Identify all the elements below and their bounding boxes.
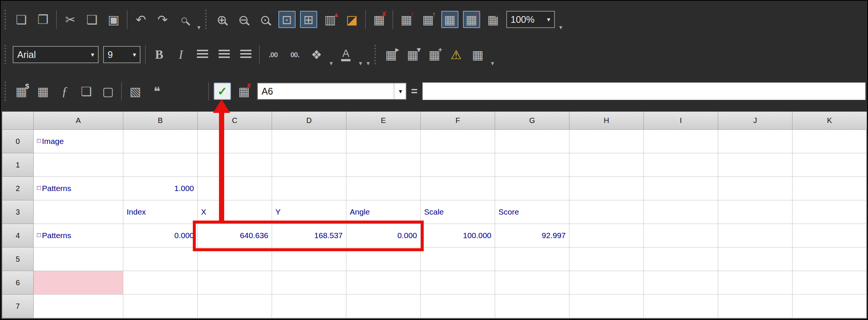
chevron-down-icon[interactable]: ▾ (133, 51, 136, 59)
column-header-K[interactable]: K (793, 112, 867, 130)
column-header-I[interactable]: I (644, 112, 718, 130)
column-header-G[interactable]: G (495, 112, 569, 130)
row-header-5[interactable]: 5 (2, 247, 34, 271)
cell-A0[interactable]: □Image (34, 130, 123, 153)
column-header-A[interactable]: A (34, 112, 123, 130)
protect-icon[interactable]: ▣ (105, 11, 122, 28)
structure-group-drag-handle[interactable] (374, 45, 378, 64)
redo-icon[interactable]: ↷ (154, 11, 171, 28)
cell-F6[interactable] (421, 271, 495, 295)
find-cell-icon[interactable]: ▦○ (463, 11, 480, 28)
cell-B7[interactable] (123, 295, 198, 318)
cell-H0[interactable] (569, 130, 644, 153)
column-header-B[interactable]: B (123, 112, 198, 130)
cell-I6[interactable] (644, 271, 718, 295)
toolbar2-overflow-caret-icon[interactable]: ▾ (367, 59, 370, 71)
cell-E1[interactable] (346, 153, 421, 177)
toolbar1-drag-handle[interactable] (4, 10, 8, 29)
cell-graphic-icon[interactable]: ▦ (34, 83, 52, 100)
align-left-icon[interactable] (194, 46, 211, 63)
show-grid-icon[interactable]: ▦ (441, 11, 458, 28)
image-icon[interactable]: ◪ (343, 11, 361, 28)
cell-I4[interactable] (644, 224, 718, 247)
cell-G4[interactable]: 92.997 (495, 224, 569, 247)
column-header-E[interactable]: E (346, 112, 421, 130)
insert-cells-icon[interactable]: ▦+ (426, 46, 443, 63)
insert-function-icon[interactable]: ƒ (56, 83, 73, 100)
cell-D1[interactable] (272, 153, 346, 177)
decrease-decimal-icon[interactable]: 00. (286, 46, 303, 63)
row-header-3[interactable]: 3 (2, 200, 34, 224)
format-painter-icon[interactable]: ❖ (308, 46, 325, 63)
cell-A2[interactable]: □Patterns (34, 177, 123, 200)
cell-H3[interactable] (569, 200, 644, 224)
cell-E6[interactable] (346, 271, 421, 295)
cell-B5[interactable] (123, 247, 198, 271)
cell-J0[interactable] (718, 130, 793, 153)
cell-J1[interactable] (718, 153, 793, 177)
cell-D7[interactable] (272, 295, 346, 318)
insert-row-icon[interactable]: ▦↑ (398, 11, 415, 28)
cell-I2[interactable] (644, 177, 718, 200)
cell-A6[interactable] (34, 271, 123, 295)
custom-view-icon[interactable]: ▦▲ (485, 11, 502, 28)
select-region-icon[interactable]: ▢ (99, 83, 117, 100)
live-video-off-icon[interactable]: ▦✗ (371, 11, 388, 28)
accept-changes-button[interactable]: ✓ (214, 83, 231, 100)
cell-C6[interactable] (198, 271, 272, 295)
named-cells-icon[interactable]: ▦ (469, 46, 486, 63)
grid-corner[interactable] (2, 112, 34, 130)
insert-column-icon[interactable]: ▦↑ (420, 11, 437, 28)
cell-K1[interactable] (793, 153, 867, 177)
toolbar1-overflow-caret-icon[interactable]: ▾ (559, 24, 563, 35)
cell-B2[interactable]: 1.000 (123, 177, 198, 200)
cell-I7[interactable] (644, 295, 718, 318)
cell-F7[interactable] (421, 295, 495, 318)
cell-E0[interactable] (346, 130, 421, 153)
comment-icon[interactable]: ❝ (148, 83, 166, 100)
cell-C7[interactable] (198, 295, 272, 318)
zoom-actual-icon[interactable]: ⊙ (257, 11, 274, 28)
align-right-icon[interactable] (237, 46, 254, 63)
cell-F5[interactable] (421, 247, 495, 271)
zoom-level-select[interactable]: 100%▾ (506, 11, 555, 28)
cell-A5[interactable] (34, 247, 123, 271)
cell-J4[interactable] (718, 224, 793, 247)
column-header-H[interactable]: H (569, 112, 644, 130)
chevron-down-icon[interactable]: ▾ (91, 51, 94, 59)
cell-J5[interactable] (718, 247, 793, 271)
cell-G0[interactable] (495, 130, 569, 153)
cell-K2[interactable] (793, 177, 867, 200)
chevron-down-icon[interactable]: ▾ (547, 16, 550, 24)
format-painter-caret-icon[interactable]: ▾ (330, 59, 333, 71)
cell-J3[interactable] (718, 200, 793, 224)
column-header-C[interactable]: C (198, 112, 272, 130)
copy-icon[interactable]: ❑ (83, 11, 101, 28)
font-size-select[interactable]: 9▾ (103, 46, 140, 63)
cell-F4[interactable]: 100.000 (421, 224, 495, 247)
cell-K5[interactable] (793, 247, 867, 271)
cell-G7[interactable] (495, 295, 569, 318)
align-center-icon[interactable] (216, 46, 233, 63)
increase-decimal-icon[interactable]: .00 (265, 46, 282, 63)
cell-K3[interactable] (793, 200, 867, 224)
cell-G1[interactable] (495, 153, 569, 177)
cell-reference-select[interactable]: A6▾ (257, 83, 407, 100)
cell-C2[interactable] (198, 177, 272, 200)
insert-cells-down-icon[interactable]: ▦▾ (404, 46, 421, 63)
cell-H7[interactable] (569, 295, 644, 318)
toolbar2-drag-handle[interactable] (4, 45, 8, 64)
row-header-1[interactable]: 1 (2, 153, 34, 177)
cell-A7[interactable] (34, 295, 123, 318)
cell-A1[interactable] (34, 153, 123, 177)
cell-D6[interactable] (272, 271, 346, 295)
cell-I0[interactable] (644, 130, 718, 153)
cell-F2[interactable] (421, 177, 495, 200)
open-job-icon[interactable]: ❏ (13, 11, 30, 28)
cell-B6[interactable] (123, 271, 198, 295)
column-header-J[interactable]: J (718, 112, 793, 130)
cell-G2[interactable] (495, 177, 569, 200)
cell-E7[interactable] (346, 295, 421, 318)
row-header-0[interactable]: 0 (2, 130, 34, 153)
cell-F0[interactable] (421, 130, 495, 153)
